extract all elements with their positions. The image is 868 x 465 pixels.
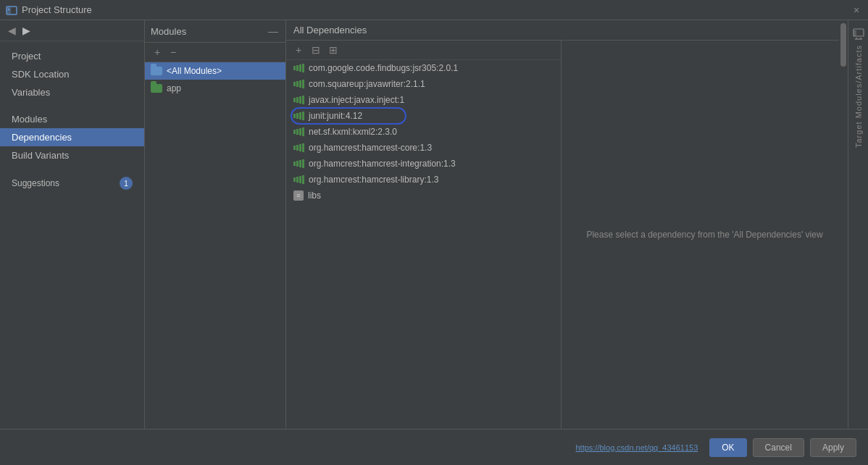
target-modules-panel: Target Modules/Artifacts [848, 20, 868, 429]
dep-item-1[interactable]: com.squareup:javawriter:2.1.1 [286, 76, 561, 92]
modules-panel-title: Modules [151, 26, 186, 37]
dep-detail-section: Please select a dependency from the 'All… [562, 41, 848, 429]
scrollbar[interactable] [839, 41, 848, 429]
dep-add-button[interactable]: + [292, 43, 305, 56]
dep-collapse-button[interactable]: ⊟ [309, 43, 322, 56]
modules-hide-button[interactable]: — [267, 25, 280, 38]
sidebar-nav: Project SDK Location Variables Modules D… [0, 41, 144, 199]
window-title: Project Structure [22, 4, 92, 15]
right-section: All Dependencies + ⊟ ⊞ [286, 20, 848, 429]
close-button[interactable]: × [851, 4, 862, 16]
project-icon [6, 4, 17, 16]
dep-panel-header: All Dependencies [286, 20, 848, 41]
sidebar-item-sdk-location[interactable]: SDK Location [0, 65, 144, 83]
dep-icon-7 [293, 175, 304, 184]
dep-toolbar: + ⊟ ⊞ [286, 41, 561, 60]
dep-item-4[interactable]: net.sf.kxml:kxml2:2.3.0 [286, 124, 561, 140]
back-button[interactable]: ◀ [6, 25, 17, 36]
footer-url[interactable]: https://blog.csdn.net/qq_43461153 [575, 443, 698, 452]
dep-panel-title: All Dependencies [293, 25, 367, 35]
left-sidebar: ◀ ▶ Project SDK Location Variables Modul… [0, 20, 145, 429]
sidebar-item-build-variants[interactable]: Build Variants [0, 146, 144, 164]
title-bar: Project Structure × [0, 0, 868, 20]
dep-icon-6 [293, 159, 304, 168]
suggestions-badge: 1 [120, 177, 133, 190]
sidebar-item-suggestions[interactable]: Suggestions 1 [0, 173, 144, 193]
modules-panel: Modules — + − <All Modules> app [145, 20, 286, 429]
modules-panel-header: Modules — [145, 20, 285, 43]
dep-list: com.google.code.findbugs:jsr305:2.0.1 co… [286, 60, 561, 429]
dep-icon-5 [293, 143, 304, 152]
target-panel-label: Target Modules/Artifacts [854, 45, 863, 148]
dep-item-libs[interactable]: ≡ libs [286, 188, 561, 204]
sidebar-item-modules[interactable]: Modules [0, 110, 144, 128]
dep-item-6[interactable]: org.hamcrest:hamcrest-integration:1.3 [286, 156, 561, 172]
svg-rect-4 [854, 30, 856, 36]
sidebar-item-dependencies[interactable]: Dependencies [0, 128, 144, 146]
main-container: ◀ ▶ Project SDK Location Variables Modul… [0, 20, 868, 429]
dep-icon-0 [293, 64, 304, 72]
dep-detail-split: + ⊟ ⊞ com.google.code.findbugs:jsr305:2.… [286, 41, 848, 429]
module-app[interactable]: app [145, 80, 285, 97]
svg-point-2 [8, 8, 10, 10]
modules-remove-button[interactable]: − [167, 46, 180, 59]
ok-button[interactable]: OK [709, 438, 746, 457]
dep-item-0[interactable]: com.google.code.findbugs:jsr305:2.0.1 [286, 60, 561, 76]
apply-button[interactable]: Apply [810, 438, 856, 457]
dep-icon-2 [293, 96, 304, 104]
all-modules-icon [151, 65, 162, 77]
dep-detail-placeholder: Please select a dependency from the 'All… [572, 215, 837, 254]
bottom-bar: https://blog.csdn.net/qq_43461153 OK Can… [0, 429, 868, 465]
dep-item-2[interactable]: javax.inject:javax.inject:1 [286, 92, 561, 108]
sidebar-item-project[interactable]: Project [0, 47, 144, 65]
app-module-icon [151, 83, 162, 94]
sidebar-item-variables[interactable]: Variables [0, 83, 144, 101]
dep-icon-1 [293, 80, 304, 88]
cancel-button[interactable]: Cancel [753, 438, 804, 457]
forward-button[interactable]: ▶ [20, 25, 32, 36]
dep-item-7[interactable]: org.hamcrest:hamcrest-library:1.3 [286, 172, 561, 188]
module-all-modules[interactable]: <All Modules> [145, 62, 285, 80]
dep-item-5[interactable]: org.hamcrest:hamcrest-core:1.3 [286, 140, 561, 156]
target-modules-icon [852, 28, 865, 41]
dep-item-junit[interactable]: junit:junit:4.12 [286, 108, 561, 124]
modules-toolbar: + − [145, 43, 285, 62]
dep-expand-button[interactable]: ⊞ [327, 43, 340, 56]
libs-icon: ≡ [293, 190, 304, 201]
modules-add-button[interactable]: + [151, 46, 164, 59]
modules-header-actions: — [267, 25, 280, 38]
nav-arrows: ◀ ▶ [0, 20, 144, 41]
scrollbar-thumb[interactable] [840, 41, 846, 67]
dep-list-section: + ⊟ ⊞ com.google.code.findbugs:jsr305:2.… [286, 41, 562, 429]
dep-icon-4 [293, 127, 304, 136]
dep-icon-3 [293, 112, 304, 120]
